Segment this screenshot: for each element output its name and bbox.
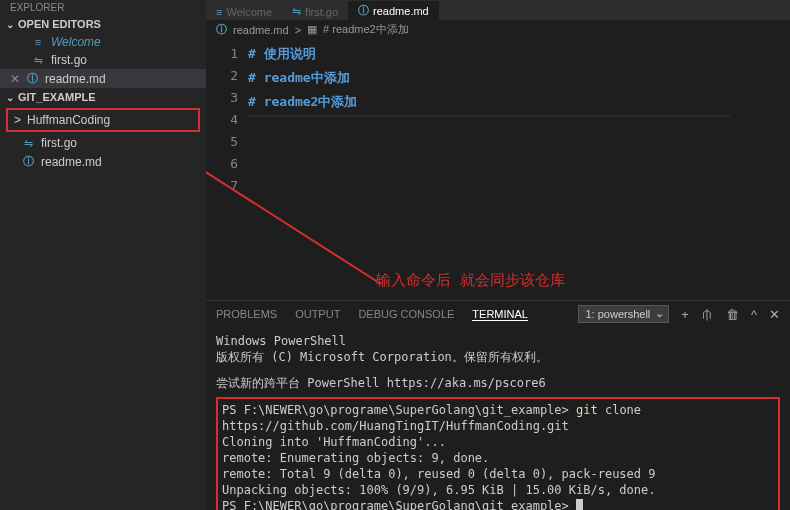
chevron-right-icon: >: [14, 113, 21, 127]
panel-tabs: PROBLEMS OUTPUT DEBUG CONSOLE TERMINAL 1…: [206, 301, 790, 327]
annotation-terminal-box: PS F:\NEWER\go\programe\SuperGolang\git_…: [216, 397, 780, 510]
markdown-file-icon: ⓘ: [20, 154, 36, 169]
open-editors-header[interactable]: ⌄ OPEN EDITORS: [0, 15, 206, 33]
annotation-highlight-box: > HuffmanCoding: [6, 108, 200, 132]
folder-huffmancoding[interactable]: > HuffmanCoding: [8, 110, 198, 130]
line-number: 7: [206, 175, 248, 197]
chevron-down-icon: ⌄: [6, 19, 14, 30]
line-number: 2: [206, 65, 248, 87]
file-label: readme.md: [41, 155, 102, 169]
go-file-icon: ⇋: [30, 54, 46, 67]
open-editor-welcome[interactable]: ≡ Welcome: [0, 33, 206, 51]
breadcrumb-file: readme.md: [233, 24, 289, 36]
trash-icon[interactable]: 🗑: [726, 307, 739, 322]
term-line: 版权所有 (C) Microsoft Corporation。保留所有权利。: [216, 349, 780, 365]
code-line: # readme2中添加: [248, 94, 357, 109]
tab-label: readme.md: [373, 5, 429, 17]
tab-label: Welcome: [226, 6, 272, 18]
file-label: first.go: [51, 53, 87, 67]
welcome-icon: ≡: [30, 36, 46, 48]
line-number: 6: [206, 153, 248, 175]
split-terminal-icon[interactable]: ⫛: [701, 307, 714, 322]
minimap[interactable]: [730, 39, 790, 300]
open-editors-label: OPEN EDITORS: [18, 18, 101, 30]
terminal-output[interactable]: Windows PowerShell 版权所有 (C) Microsoft Co…: [206, 327, 790, 510]
annotation-text: 输入命令后 就会同步该仓库: [376, 271, 565, 290]
code-content[interactable]: # 使用说明 # readme中添加 # readme2中添加: [248, 39, 730, 300]
file-label: Welcome: [51, 35, 101, 49]
tab-firstgo[interactable]: ⇋first.go: [282, 3, 348, 20]
folder-label: HuffmanCoding: [27, 113, 110, 127]
maximize-icon[interactable]: ^: [751, 307, 757, 322]
line-number: 1: [206, 43, 248, 65]
file-label: first.go: [41, 136, 77, 150]
tab-output[interactable]: OUTPUT: [295, 308, 340, 320]
breadcrumb[interactable]: ⓘ readme.md > ▦ # readme2中添加: [206, 20, 790, 39]
line-gutter: 1 2 3 4 5 6 7: [206, 39, 248, 300]
tab-label: first.go: [305, 6, 338, 18]
tab-problems[interactable]: PROBLEMS: [216, 308, 277, 320]
code-line: # 使用说明: [248, 46, 316, 61]
term-line: 尝试新的跨平台 PowerShell https://aka.ms/pscore…: [216, 375, 780, 391]
line-number: 4: [206, 109, 248, 131]
breadcrumb-section: # readme2中添加: [323, 22, 409, 37]
welcome-icon: ≡: [216, 6, 222, 18]
file-label: readme.md: [45, 72, 106, 86]
go-file-icon: ⇋: [292, 5, 301, 18]
workspace-header[interactable]: ⌄ GIT_EXAMPLE: [0, 88, 206, 106]
term-line: remote: Total 9 (delta 0), reused 0 (del…: [222, 466, 774, 482]
open-editor-readme-active[interactable]: ✕ ⓘ readme.md: [0, 69, 206, 88]
term-line: Unpacking objects: 100% (9/9), 6.95 KiB …: [222, 482, 774, 498]
term-line: Cloning into 'HuffmanCoding'...: [222, 434, 774, 450]
tab-terminal[interactable]: TERMINAL: [472, 308, 528, 321]
bottom-panel: PROBLEMS OUTPUT DEBUG CONSOLE TERMINAL 1…: [206, 300, 790, 510]
open-editor-firstgo[interactable]: ⇋ first.go: [0, 51, 206, 69]
term-line: Windows PowerShell: [216, 333, 780, 349]
symbol-icon: ▦: [307, 23, 317, 36]
tab-debug-console[interactable]: DEBUG CONSOLE: [358, 308, 454, 320]
chevron-right-icon: >: [295, 24, 301, 36]
new-terminal-icon[interactable]: +: [681, 307, 689, 322]
term-line: remote: Enumerating objects: 9, done.: [222, 450, 774, 466]
file-readme[interactable]: ⓘ readme.md: [0, 152, 206, 171]
term-line: PS F:\NEWER\go\programe\SuperGolang\git_…: [222, 402, 774, 434]
term-line: PS F:\NEWER\go\programe\SuperGolang\git_…: [222, 498, 774, 510]
shell-selector[interactable]: 1: powershell: [578, 305, 669, 323]
close-icon[interactable]: ✕: [10, 72, 20, 86]
go-file-icon: ⇋: [20, 137, 36, 150]
markdown-file-icon: ⓘ: [24, 71, 40, 86]
tab-readme-active[interactable]: ⓘreadme.md: [348, 1, 439, 20]
workspace-label: GIT_EXAMPLE: [18, 91, 96, 103]
code-editor[interactable]: 1 2 3 4 5 6 7 # 使用说明 # readme中添加 # readm…: [206, 39, 790, 300]
explorer-sidebar: EXPLORER ⌄ OPEN EDITORS ≡ Welcome ⇋ firs…: [0, 0, 206, 510]
code-line: # readme中添加: [248, 70, 350, 85]
explorer-title: EXPLORER: [0, 0, 206, 15]
chevron-down-icon: ⌄: [6, 92, 14, 103]
line-number: 3: [206, 87, 248, 109]
file-firstgo[interactable]: ⇋ first.go: [0, 134, 206, 152]
markdown-file-icon: ⓘ: [358, 3, 369, 18]
tab-welcome[interactable]: ≡Welcome: [206, 4, 282, 20]
main-area: ≡Welcome ⇋first.go ⓘreadme.md ⓘ readme.m…: [206, 0, 790, 510]
close-panel-icon[interactable]: ✕: [769, 307, 780, 322]
editor-tabs: ≡Welcome ⇋first.go ⓘreadme.md: [206, 0, 790, 20]
markdown-file-icon: ⓘ: [216, 22, 227, 37]
line-number: 5: [206, 131, 248, 153]
